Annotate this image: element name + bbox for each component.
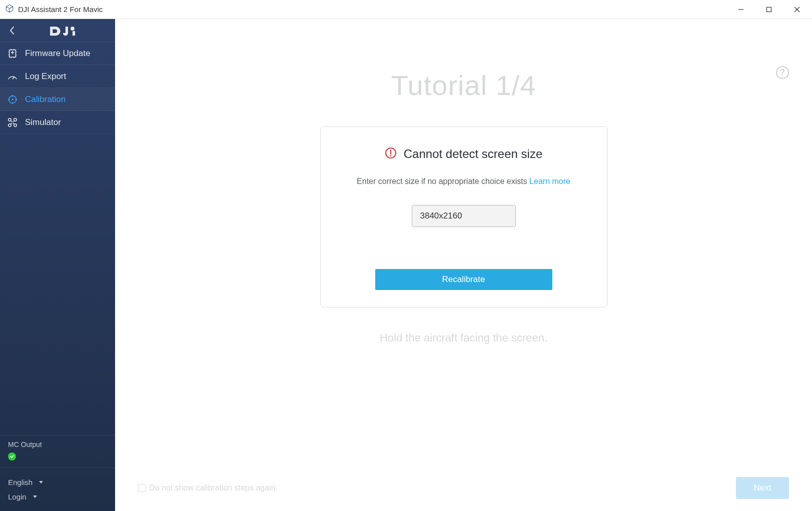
gauge-icon	[7, 71, 18, 82]
chevron-left-icon	[9, 26, 16, 35]
screen-size-input[interactable]	[412, 205, 516, 227]
next-button[interactable]: Next	[736, 477, 789, 499]
window-title: DJI Assistant 2 For Mavic	[18, 5, 103, 14]
main-content: ? Tutorial 1/4 Cannot detect screen size…	[115, 19, 812, 511]
mc-output-label: MC Output	[8, 440, 107, 448]
sidebar-item-label: Simulator	[25, 118, 61, 128]
question-icon: ?	[780, 68, 785, 77]
app-icon	[5, 4, 14, 15]
recalibrate-button[interactable]: Recalibrate	[375, 269, 552, 290]
caret-down-icon	[39, 480, 44, 484]
target-icon	[7, 94, 18, 105]
language-label: English	[8, 478, 33, 486]
card-title: Cannot detect screen size	[404, 147, 543, 161]
learn-more-link[interactable]: Learn more	[529, 177, 570, 186]
subtitle-text: Enter correct size if no appropriate cho…	[357, 177, 529, 186]
maximize-button[interactable]	[755, 0, 783, 19]
drone-icon	[7, 117, 18, 128]
sidebar-item-label: Log Export	[25, 72, 66, 82]
input-wrapper	[346, 205, 582, 227]
checkbox[interactable]	[138, 484, 146, 492]
divider	[0, 468, 115, 468]
footer: Do not show calibration steps again. Nex…	[138, 477, 789, 499]
sidebar-item-log-export[interactable]: Log Export	[0, 65, 115, 88]
maximize-icon	[766, 6, 772, 12]
tutorial-title: Tutorial 1/4	[115, 69, 812, 102]
sidebar-nav: Firmware Update Log Export Calibration S…	[0, 42, 115, 435]
card-header: Cannot detect screen size	[346, 147, 582, 161]
window-controls	[727, 0, 811, 19]
minimize-button[interactable]	[727, 0, 755, 19]
back-button[interactable]	[6, 26, 18, 35]
checkbox-label: Do not show calibration steps again.	[149, 484, 278, 492]
sidebar-item-calibration[interactable]: Calibration	[0, 88, 115, 111]
language-dropdown[interactable]: English	[8, 475, 107, 490]
sidebar-bottom: MC Output English Login	[0, 435, 115, 511]
svg-rect-1	[767, 7, 771, 12]
status-ok-icon	[8, 452, 16, 460]
minimize-icon	[738, 6, 744, 12]
login-dropdown[interactable]: Login	[8, 490, 107, 504]
app-body: Firmware Update Log Export Calibration S…	[0, 19, 812, 511]
dji-logo	[18, 24, 109, 37]
screen-size-card: Cannot detect screen size Enter correct …	[320, 126, 607, 308]
svg-point-5	[12, 98, 14, 100]
caret-down-icon	[33, 495, 38, 499]
titlebar-left: DJI Assistant 2 For Mavic	[5, 4, 103, 15]
login-label: Login	[8, 492, 27, 501]
card-subtitle: Enter correct size if no appropriate cho…	[346, 177, 582, 186]
sidebar-item-firmware-update[interactable]: Firmware Update	[0, 42, 115, 65]
svg-point-12	[390, 155, 391, 156]
close-button[interactable]	[783, 0, 811, 19]
warning-icon	[385, 147, 397, 161]
sidebar-item-label: Calibration	[25, 94, 66, 104]
close-icon	[794, 6, 800, 12]
instruction-text: Hold the aircraft facing the screen.	[115, 332, 812, 344]
sidebar-item-simulator[interactable]: Simulator	[0, 111, 115, 134]
help-button[interactable]: ?	[776, 66, 789, 79]
sidebar-header	[0, 19, 115, 42]
dont-show-checkbox-row[interactable]: Do not show calibration steps again.	[138, 484, 278, 492]
firmware-icon	[7, 48, 18, 59]
sidebar: Firmware Update Log Export Calibration S…	[0, 19, 115, 511]
sidebar-item-label: Firmware Update	[25, 48, 90, 58]
titlebar: DJI Assistant 2 For Mavic	[0, 0, 812, 19]
